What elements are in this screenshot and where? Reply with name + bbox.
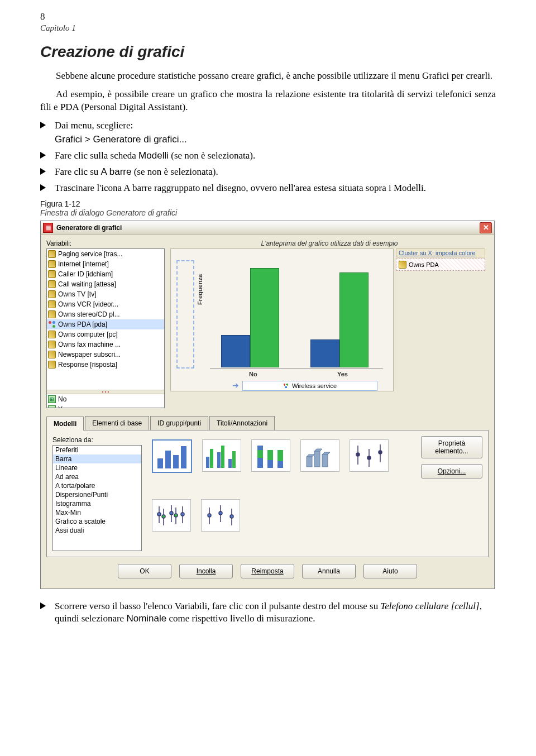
gallery-error-bar-1[interactable]	[350, 439, 389, 472]
svg-marker-2	[40, 168, 46, 175]
close-icon[interactable]: ✕	[480, 222, 492, 233]
tab-gruppi[interactable]: ID gruppi/punti	[150, 416, 208, 430]
gallery-error-bar-2[interactable]	[152, 499, 191, 532]
chart-type-item[interactable]: Lineare	[53, 463, 141, 472]
cluster-drop-zone[interactable]: Owns PDA	[396, 259, 485, 271]
y-drop-zone[interactable]	[176, 260, 194, 369]
final-em: Telefono cellulare [cellul]	[380, 601, 479, 611]
chart-type-item[interactable]: Assi duali	[53, 526, 141, 535]
ordinal-icon	[48, 351, 56, 358]
variable-label: Owns TV [tv]	[58, 290, 96, 298]
variable-item[interactable]: Paging service [tras...	[47, 249, 164, 259]
chart-type-item[interactable]: A torta/polare	[53, 481, 141, 490]
bar-yes-green	[339, 272, 368, 367]
ordinal-icon	[48, 310, 56, 318]
tab-pane-modelli: Seleziona da: PreferitiBarraLineareAd ar…	[46, 430, 489, 557]
bullet-3: Fare clic su A barre (se non è seleziona…	[40, 166, 496, 179]
nominal-icon	[48, 320, 56, 328]
cluster-header[interactable]: Cluster su X: imposta colore	[396, 248, 485, 257]
bullet-1: Dai menu, scegliere: Grafici > Generator…	[40, 119, 496, 146]
titlebar[interactable]: ▦ Generatore di grafici ✕	[41, 221, 494, 235]
variable-item[interactable]: Caller ID [idchiam]	[47, 269, 164, 279]
chart-type-item[interactable]: Dispersione/Punti	[53, 490, 141, 499]
svg-marker-0	[40, 122, 46, 128]
dialog-title: Generatore di grafici	[56, 224, 480, 232]
variable-item[interactable]: Newspaper subscri...	[47, 350, 164, 360]
bullet-4-text: Trascinare l'icona A barre raggruppato n…	[55, 183, 426, 193]
variable-item[interactable]: Internet [internet]	[47, 259, 164, 269]
ordinal-icon	[48, 270, 56, 278]
triangle-icon	[40, 168, 47, 175]
chart-canvas[interactable]: Frequenza No Yes ➔ Wire	[170, 248, 394, 391]
y-axis-label: Frequenza	[197, 274, 203, 304]
x-tick-no: No	[249, 371, 257, 377]
variable-label: Paging service [tras...	[58, 250, 122, 258]
chart-type-item[interactable]: Barra	[53, 454, 141, 463]
variable-item[interactable]: Owns stereo/CD pl...	[47, 309, 164, 319]
bullet-3-sans: A barre	[101, 166, 132, 177]
ok-button[interactable]: OK	[118, 564, 171, 578]
variable-item[interactable]: Owns PDA [pda]	[47, 319, 164, 329]
gallery-stacked-bar[interactable]	[251, 439, 290, 472]
properties-button[interactable]: Proprietà elemento...	[421, 436, 482, 458]
svg-point-17	[157, 513, 161, 516]
chart-type-item[interactable]: Preferiti	[53, 446, 141, 454]
reset-button[interactable]: Reimposta	[241, 564, 294, 578]
svg-point-13	[367, 456, 371, 460]
final-pre: Scorrere verso il basso l'elenco Variabi…	[55, 601, 380, 611]
tabs: Modelli Elementi di base ID gruppi/punti…	[46, 416, 489, 430]
svg-marker-3	[40, 184, 46, 191]
ordinal-icon	[48, 361, 56, 369]
variable-item[interactable]: Owns computer [pc]	[47, 329, 164, 339]
figure-caption: Finestra di dialogo Generatore di grafic…	[40, 208, 496, 217]
triangle-icon	[40, 602, 47, 609]
gallery	[150, 436, 413, 551]
variables-label: Variabili:	[46, 240, 165, 247]
tab-titoli[interactable]: Titoli/Annotazioni	[209, 416, 275, 430]
triangle-icon	[40, 152, 47, 159]
svg-marker-9	[322, 452, 330, 454]
variable-label: Call waiting [attesa]	[58, 280, 116, 288]
ordinal-icon	[48, 250, 56, 258]
help-button[interactable]: Aiuto	[363, 564, 417, 578]
gallery-simple-bar[interactable]	[152, 439, 192, 473]
tab-elementi[interactable]: Elementi di base	[85, 416, 149, 430]
chart-type-item[interactable]: Ad area	[53, 472, 141, 481]
final-sans: Nominale	[126, 613, 166, 624]
gallery-3d-bar[interactable]	[300, 439, 339, 472]
variable-item[interactable]: Owns fax machine ...	[47, 339, 164, 350]
category-icon: ⊞	[48, 395, 56, 403]
chart-builder-dialog: ▦ Generatore di grafici ✕ Variabili: Pag…	[40, 221, 495, 589]
ordinal-icon	[48, 280, 56, 288]
variable-item[interactable]: Call waiting [attesa]	[47, 279, 164, 289]
preview-note: L'anteprima del grafico utilizza dati di…	[170, 240, 489, 247]
x-drop-zone[interactable]: Wireless service	[242, 381, 377, 391]
arrow-icon: ➔	[232, 381, 239, 390]
splitter[interactable]	[47, 390, 164, 394]
bar-yes-blue	[310, 339, 339, 367]
variable-item[interactable]: Owns TV [tv]	[47, 289, 164, 299]
button-row: OK Incolla Reimposta Annulla Aiuto	[46, 557, 489, 584]
svg-rect-4	[307, 457, 312, 467]
variable-label: Owns stereo/CD pl...	[58, 310, 120, 318]
tab-modelli[interactable]: Modelli	[46, 417, 84, 430]
chart-type-listbox[interactable]: PreferitiBarraLineareAd areaA torta/pola…	[52, 445, 142, 551]
variable-label: Internet [internet]	[58, 260, 109, 268]
category-item[interactable]: ⊞Yes	[47, 404, 164, 408]
cancel-button[interactable]: Annulla	[302, 564, 356, 578]
figure-label: Figura 1-12	[40, 199, 496, 208]
section-heading: Creazione di grafici	[40, 43, 496, 61]
variables-listbox[interactable]: Paging service [tras...Internet [interne…	[46, 248, 165, 408]
variable-item[interactable]: Response [risposta]	[47, 360, 164, 370]
gallery-clustered-bar[interactable]	[202, 439, 241, 472]
chart-type-item[interactable]: Istogramma	[53, 499, 141, 508]
chart-type-item[interactable]: Grafico a scatole	[53, 517, 141, 526]
variable-label: Newspaper subscri...	[58, 351, 121, 358]
variable-item[interactable]: Owns VCR [videor...	[47, 299, 164, 309]
bullet-4: Trascinare l'icona A barre raggruppato n…	[40, 182, 496, 195]
chart-type-item[interactable]: Max-Min	[53, 508, 141, 517]
paste-button[interactable]: Incolla	[179, 564, 233, 578]
category-item[interactable]: ⊞No	[47, 394, 164, 404]
options-button[interactable]: Opzioni...	[421, 464, 482, 479]
gallery-error-bar-3[interactable]	[201, 499, 240, 532]
